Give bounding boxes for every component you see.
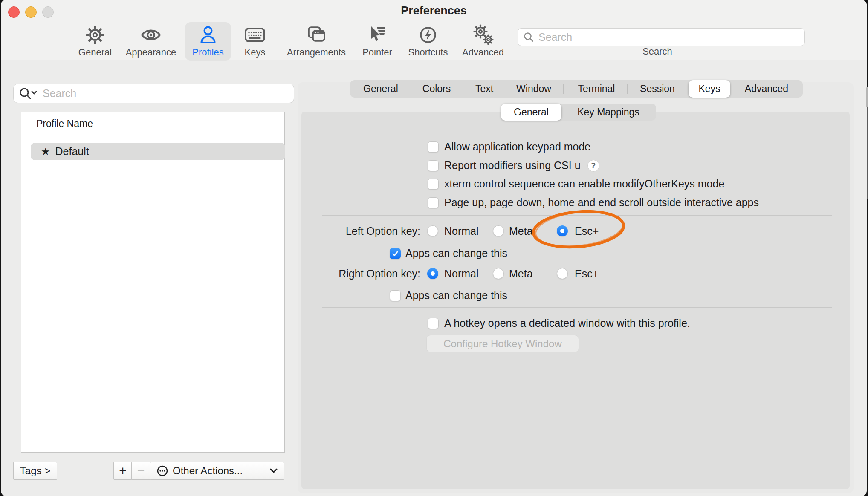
windows-icon bbox=[286, 24, 346, 46]
toolbar-item-label: Arrangements bbox=[286, 47, 346, 58]
remove-profile-button[interactable]: − bbox=[131, 462, 150, 480]
checkbox-label: Allow application keypad mode bbox=[444, 141, 590, 153]
checkbox-label: A hotkey opens a dedicated window with t… bbox=[444, 317, 690, 329]
search-icon bbox=[523, 32, 534, 43]
checkbox-keypad-mode[interactable] bbox=[428, 141, 439, 153]
radio-right-normal[interactable] bbox=[427, 268, 438, 279]
tab-separator bbox=[509, 84, 509, 94]
divider bbox=[21, 135, 284, 135]
apps-can-change-row: Apps can change this bbox=[390, 289, 507, 302]
toolbar-search-input[interactable] bbox=[538, 31, 799, 44]
left-option-key-label: Left Option key: bbox=[316, 225, 420, 236]
toolbar-item-advanced[interactable]: Advanced bbox=[453, 24, 513, 58]
checkbox-hotkey-window[interactable] bbox=[428, 318, 439, 329]
tab-separator bbox=[461, 84, 461, 94]
checkbox-row: xterm control sequence can enable modify… bbox=[428, 178, 724, 190]
radio-label: Esc+ bbox=[575, 268, 599, 279]
checkbox-modify-other-keys[interactable] bbox=[428, 179, 439, 190]
toolbar-item-general[interactable]: General bbox=[65, 24, 125, 58]
titlebar: Preferences General bbox=[1, 0, 867, 60]
toolbar-item-label: Appearance bbox=[121, 47, 181, 58]
left-option-key-row: Left Option key: Normal Meta Esc+ bbox=[316, 225, 700, 236]
configure-hotkey-window-button[interactable]: Configure Hotkey Window bbox=[426, 335, 579, 352]
checkbox-label: Apps can change this bbox=[405, 289, 507, 302]
toolbar-item-keys[interactable]: Keys bbox=[225, 24, 285, 58]
toolbar-item-label: Advanced bbox=[453, 47, 513, 58]
tags-button[interactable]: Tags > bbox=[13, 462, 57, 480]
toolbar-item-label: General bbox=[65, 47, 125, 58]
divider bbox=[322, 307, 832, 308]
other-actions-label: Other Actions... bbox=[173, 465, 243, 477]
radio-label: Meta bbox=[509, 268, 533, 279]
radio-label: Normal bbox=[444, 225, 479, 236]
star-icon: ★ bbox=[41, 147, 50, 157]
profile-name: Default bbox=[55, 145, 89, 158]
tab-advanced[interactable]: Advanced bbox=[745, 80, 788, 98]
preferences-window: Preferences General bbox=[1, 0, 867, 496]
profile-search-field[interactable] bbox=[13, 84, 294, 103]
tab-terminal[interactable]: Terminal bbox=[578, 80, 615, 98]
toolbar-item-appearance[interactable]: Appearance bbox=[121, 24, 181, 58]
checkbox-left-apps-can-change[interactable] bbox=[390, 248, 401, 259]
keyboard-icon bbox=[225, 24, 285, 46]
checkbox-right-apps-can-change[interactable] bbox=[390, 290, 401, 301]
tab-separator bbox=[409, 84, 409, 94]
checkbox-csi-u[interactable] bbox=[428, 160, 439, 171]
checkbox-row: Allow application keypad mode bbox=[428, 141, 590, 153]
toolbar-item-label: Shortcuts bbox=[398, 47, 458, 58]
background-window-sliver bbox=[866, 87, 868, 107]
toolbar-item-label: Keys bbox=[225, 47, 285, 58]
tab-text[interactable]: Text bbox=[475, 80, 493, 98]
radio-right-esc[interactable] bbox=[557, 268, 568, 279]
search-filter-icon bbox=[19, 87, 38, 100]
profile-search-input[interactable] bbox=[42, 87, 289, 100]
radio-label: Normal bbox=[444, 268, 479, 279]
eye-icon bbox=[121, 24, 181, 46]
toolbar-search-caption: Search bbox=[615, 46, 700, 57]
profile-row-default[interactable]: ★ Default bbox=[31, 143, 285, 160]
gears-icon bbox=[453, 24, 513, 46]
tab-keys[interactable]: Keys bbox=[698, 80, 720, 98]
radio-right-meta[interactable] bbox=[493, 268, 504, 279]
profile-list-header: Profile Name bbox=[36, 118, 93, 130]
plus-icon: + bbox=[119, 464, 127, 478]
checkbox-row: Report modifiers using CSI u ? bbox=[428, 159, 599, 172]
tab-separator bbox=[627, 84, 628, 94]
toolbar-item-arrangements[interactable]: Arrangements bbox=[286, 24, 346, 58]
profile-tab-bar bbox=[350, 80, 803, 98]
right-option-key-row: Right Option key: Normal Meta Esc+ bbox=[316, 268, 700, 279]
tab-separator bbox=[563, 84, 564, 94]
checkbox-label: xterm control sequence can enable modify… bbox=[444, 178, 724, 190]
page-title: Preferences bbox=[1, 4, 867, 17]
profile-list: Profile Name ★ Default bbox=[21, 112, 285, 453]
checkbox-label: Report modifiers using CSI u bbox=[444, 159, 581, 172]
subtab-key-mappings[interactable]: Key Mappings bbox=[577, 104, 639, 121]
tab-general[interactable]: General bbox=[363, 80, 398, 98]
toolbar-item-shortcuts[interactable]: Shortcuts bbox=[398, 24, 458, 58]
gear-icon bbox=[65, 24, 125, 46]
right-option-key-label: Right Option key: bbox=[316, 268, 420, 279]
checkbox-label: Apps can change this bbox=[405, 247, 507, 260]
radio-left-meta[interactable] bbox=[493, 225, 504, 236]
configure-button-label: Configure Hotkey Window bbox=[443, 338, 561, 350]
apps-can-change-row: Apps can change this bbox=[390, 247, 507, 260]
toolbar-search-field[interactable] bbox=[518, 28, 805, 46]
hotkey-row: A hotkey opens a dedicated window with t… bbox=[428, 317, 690, 329]
tab-session[interactable]: Session bbox=[640, 80, 675, 98]
subtab-general[interactable]: General bbox=[514, 104, 549, 121]
minus-icon: − bbox=[137, 464, 145, 478]
chevron-down-icon bbox=[270, 468, 278, 473]
annotation-ellipse bbox=[527, 205, 631, 254]
tags-button-label: Tags > bbox=[20, 465, 50, 477]
add-profile-button[interactable]: + bbox=[113, 462, 132, 480]
tab-window[interactable]: Window bbox=[516, 80, 551, 98]
tab-colors[interactable]: Colors bbox=[422, 80, 451, 98]
other-actions-dropdown[interactable]: Other Actions... bbox=[150, 462, 284, 480]
checkbox-scroll-outside-apps[interactable] bbox=[428, 197, 439, 208]
lightning-icon bbox=[398, 24, 458, 46]
radio-left-normal[interactable] bbox=[427, 225, 438, 236]
ellipsis-circle-icon bbox=[156, 465, 168, 477]
help-button[interactable]: ? bbox=[587, 160, 599, 172]
